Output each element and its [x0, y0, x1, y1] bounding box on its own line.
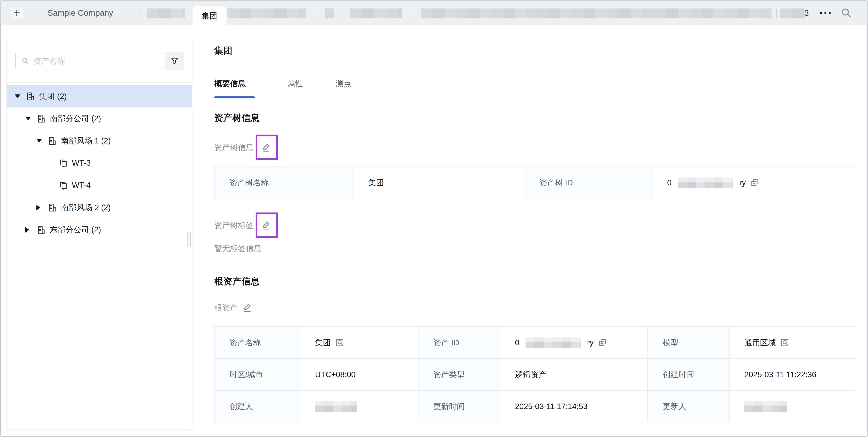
- redacted-id: [678, 177, 733, 188]
- caret-right-icon[interactable]: [25, 227, 29, 233]
- redacted-id: [526, 337, 581, 348]
- tree-node-label: 东部分公司 (2): [50, 224, 101, 235]
- caret-right-icon[interactable]: [36, 205, 40, 210]
- id-prefix: 0: [667, 178, 672, 187]
- cell-text: 创建时间: [662, 369, 694, 380]
- cell-text: 逻辑资产: [515, 369, 547, 380]
- cell-text: UTC+08:00: [315, 370, 355, 379]
- tree-node-label: WT-4: [72, 181, 91, 190]
- more-tabs-button[interactable]: [820, 1, 831, 25]
- tab-active[interactable]: 集团: [193, 6, 226, 25]
- root-asset-edit-row: 根资产: [214, 298, 253, 317]
- app-window: + Sample Company 集团 3: [0, 0, 868, 437]
- field-value: 逻辑资产: [500, 359, 647, 390]
- cell-text: 通用区域: [744, 337, 776, 348]
- tab-placeholder[interactable]: [780, 8, 805, 18]
- field-label: 模型: [648, 327, 729, 358]
- tab-placeholder[interactable]: [536, 8, 654, 18]
- caret-down-icon[interactable]: [25, 117, 31, 121]
- asset-tree-table: 资产树名称集团资产树 ID0ry: [214, 166, 856, 199]
- root-asset-table: 资产名称集团资产 ID0ry模型通用区域时区/城市UTC+08:00资产类型逻辑…: [214, 327, 856, 423]
- sidebar-divider: [6, 82, 193, 83]
- annotation-highlight: [256, 135, 278, 160]
- cell-text: 模型: [662, 337, 678, 348]
- field-value: [730, 391, 856, 422]
- tab-attributes[interactable]: 属性: [287, 78, 303, 89]
- copy-icon[interactable]: [598, 338, 607, 347]
- browser-tab-bar: + Sample Company 集团 3: [1, 1, 867, 25]
- page-title: 集团: [214, 45, 232, 57]
- asset-search-input[interactable]: [33, 57, 156, 66]
- field-label: 资产类型: [418, 359, 500, 390]
- device-asset-icon: [59, 180, 68, 190]
- tab-separator: [776, 9, 777, 18]
- tree-info-label: 资产树信息: [214, 142, 254, 153]
- view-detail-icon[interactable]: [780, 338, 789, 347]
- filter-button[interactable]: [165, 52, 184, 70]
- tree-node-南部分公司2[interactable]: 南部分公司 (2): [6, 107, 193, 130]
- tab-placeholder[interactable]: [147, 8, 185, 18]
- section-heading-tree-info: 资产树信息: [214, 112, 259, 124]
- panel-resize-handle[interactable]: [187, 232, 191, 247]
- cell-text: 更新时间: [433, 401, 465, 412]
- edit-icon[interactable]: [261, 220, 272, 231]
- cell-text: 集团: [368, 177, 384, 188]
- redacted-value: [315, 401, 358, 412]
- field-label: 资产 ID: [418, 327, 500, 358]
- tree-node-WT-4[interactable]: WT-4: [6, 174, 193, 196]
- tree-node-label: 南部风场 1 (2): [61, 135, 111, 146]
- tabs-divider: [214, 98, 856, 98]
- tree-node-WT-3[interactable]: WT-3: [6, 152, 193, 174]
- tab-title-fragment: 3: [804, 1, 809, 25]
- tab-placeholder[interactable]: [325, 8, 334, 18]
- tree-node-南部风场22[interactable]: 南部风场 2 (2): [6, 196, 193, 218]
- id-suffix: ry: [739, 178, 746, 187]
- field-label: 更新人: [648, 391, 729, 422]
- tree-node-集团2[interactable]: 集团 (2): [7, 85, 192, 107]
- field-value: 2025-03-11 11:22:36: [730, 359, 856, 390]
- org-asset-icon: [26, 92, 36, 101]
- tree-tag-label: 资产树标签: [214, 220, 254, 231]
- field-value: 集团: [353, 166, 524, 199]
- tab-placeholder[interactable]: [654, 8, 772, 18]
- field-label: 创建时间: [648, 359, 729, 390]
- tree-tag-edit-row: 资产树标签: [214, 211, 278, 239]
- tab-placeholder[interactable]: [227, 8, 306, 18]
- tab-placeholder[interactable]: [421, 8, 536, 18]
- edit-root-asset-button[interactable]: [242, 302, 253, 313]
- id-prefix: 0: [515, 338, 519, 347]
- asset-tree: 集团 (2)南部分公司 (2)南部风场 1 (2)WT-3WT-4南部风场 2 …: [6, 85, 193, 241]
- search-tabs-icon[interactable]: [841, 7, 852, 19]
- asset-search-box: [16, 52, 162, 70]
- field-value: UTC+08:00: [300, 359, 418, 390]
- field-value: 集团: [300, 327, 418, 358]
- field-value: 0ry: [500, 327, 647, 358]
- annotation-highlight: [256, 212, 278, 238]
- field-value: 2025-03-11 17:14:53: [500, 391, 647, 422]
- section-heading-root-asset: 根资产信息: [214, 275, 259, 288]
- tree-node-label: 南部风场 2 (2): [61, 202, 111, 213]
- active-tab-underline: [214, 96, 255, 98]
- tree-node-label: 南部分公司 (2): [50, 113, 101, 124]
- tab-overview[interactable]: 概要信息: [214, 78, 246, 89]
- field-value: 0ry: [652, 166, 856, 199]
- edit-icon[interactable]: [261, 142, 272, 153]
- tree-node-东部分公司2[interactable]: 东部分公司 (2): [6, 218, 193, 241]
- tree-node-label: 集团 (2): [39, 91, 67, 102]
- copy-icon[interactable]: [750, 178, 759, 187]
- cell-text: 资产 ID: [433, 337, 459, 348]
- tree-node-南部风场12[interactable]: 南部风场 1 (2): [6, 130, 193, 152]
- caret-down-icon[interactable]: [36, 139, 42, 143]
- cell-text: 集团: [315, 337, 331, 348]
- caret-down-icon[interactable]: [15, 95, 20, 98]
- tab-separator: [342, 9, 342, 18]
- tree-node-label: WT-3: [72, 159, 91, 167]
- edit-icon: [242, 302, 253, 313]
- tab-placeholder[interactable]: [350, 8, 402, 18]
- redacted-value: [744, 401, 787, 412]
- tab-points[interactable]: 测点: [336, 78, 351, 89]
- tab-separator: [410, 9, 410, 18]
- new-tab-button[interactable]: +: [11, 7, 23, 19]
- no-tag-text: 暂无标签信息: [214, 243, 261, 254]
- view-detail-icon[interactable]: [335, 338, 344, 347]
